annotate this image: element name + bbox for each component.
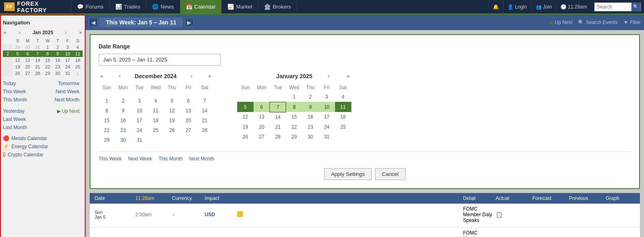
next-week-link[interactable]: Next Week [56, 89, 79, 94]
tomorrow-link[interactable]: Tomorrow [58, 81, 79, 86]
mini-cal-day[interactable]: 16 [53, 57, 63, 64]
mini-cal-today[interactable]: 7 [33, 50, 43, 57]
mini-cal-day[interactable]: 31 [63, 70, 73, 77]
mini-cal-day[interactable]: 29 [13, 44, 23, 50]
week-num[interactable] [3, 64, 13, 70]
dec-day[interactable]: 27 [180, 125, 196, 135]
mini-cal-day[interactable]: 1 [43, 44, 53, 50]
dec-day[interactable]: 24 [131, 125, 148, 135]
mini-cal-day[interactable]: 11 [73, 50, 83, 57]
week-num[interactable] [3, 57, 13, 64]
dec-day[interactable]: 11 [148, 106, 164, 116]
nav-trades[interactable]: 📊 Trades [110, 0, 146, 14]
nav-calendar[interactable]: 📅 Calendar [180, 0, 222, 14]
jan-day[interactable]: 28 [270, 132, 286, 142]
prev-week-button[interactable]: ◀ [89, 18, 98, 27]
nav-brokers[interactable]: 🏦 Brokers [258, 0, 297, 14]
jan-next-next-button[interactable]: » [345, 72, 351, 80]
jan-day[interactable]: 9 [302, 102, 319, 112]
jan-day[interactable]: 29 [286, 132, 302, 142]
filter-action[interactable]: ▼ Filter [623, 20, 641, 25]
last-week-link[interactable]: Last Week [3, 116, 26, 122]
dec-day[interactable]: 25 [148, 125, 164, 135]
dec-day[interactable]: 19 [164, 116, 180, 125]
mini-cal-next-year[interactable]: » [78, 30, 83, 35]
mini-cal-day[interactable]: 15 [43, 57, 53, 64]
nav-forums[interactable]: 💬 Forums [71, 0, 110, 14]
dec-day[interactable]: 20 [180, 116, 196, 125]
jan-day[interactable]: 15 [286, 112, 302, 122]
dec-day[interactable]: 13 [180, 106, 196, 116]
jan-day-start[interactable]: 5 [237, 102, 254, 112]
mini-cal-day[interactable]: 9 [53, 50, 63, 57]
dec-day[interactable]: 1 [99, 96, 115, 106]
login-button[interactable]: 👤 Login [503, 0, 531, 14]
dec-prev-prev-button[interactable]: « [99, 72, 105, 80]
event-name[interactable]: FOMC Member Kugler Speaks [461, 229, 494, 237]
dec-day[interactable]: 14 [196, 106, 213, 116]
week-num-current[interactable]: 2 [3, 50, 13, 57]
jan-day[interactable]: 24 [319, 122, 335, 132]
jan-day-end[interactable]: 11 [335, 102, 351, 112]
next-month-quick-link[interactable]: Next Month [189, 156, 214, 162]
jan-day[interactable]: 18 [335, 112, 351, 122]
mini-cal-day[interactable]: 3 [63, 44, 73, 50]
dec-day[interactable]: 16 [115, 116, 131, 125]
search-input[interactable] [595, 4, 631, 10]
mini-cal-day[interactable]: 29 [43, 70, 53, 77]
dec-next-next-button[interactable]: » [207, 72, 213, 80]
mini-cal-day[interactable]: 5 [13, 50, 23, 57]
dec-day[interactable]: 18 [148, 116, 164, 125]
today-link[interactable]: Today [3, 81, 16, 86]
dec-day[interactable]: 30 [115, 135, 131, 145]
dec-day[interactable]: 28 [196, 125, 213, 135]
search-button[interactable]: 🔍 [631, 2, 640, 11]
mini-cal-day[interactable]: 31 [33, 44, 43, 50]
jan-day[interactable]: 8 [286, 102, 302, 112]
dec-day[interactable]: 31 [131, 135, 148, 145]
next-month-link[interactable]: Next Month [55, 97, 79, 103]
this-week-quick-link[interactable]: This Week [99, 156, 121, 162]
nav-market[interactable]: 📈 Market [222, 0, 258, 14]
dec-day[interactable]: 7 [196, 96, 213, 106]
week-num[interactable] [3, 70, 13, 77]
mini-cal-day[interactable]: 22 [43, 64, 53, 70]
mini-cal-day[interactable]: 21 [33, 64, 43, 70]
mini-cal-day[interactable]: 20 [22, 64, 33, 70]
jan-day[interactable]: 20 [254, 122, 270, 132]
mini-cal-day[interactable]: 26 [13, 70, 23, 77]
crypto-calendar-link[interactable]: ₿ Crypto Calendar [3, 151, 83, 158]
jan-day[interactable]: 16 [302, 112, 319, 122]
dec-day[interactable]: 12 [164, 106, 180, 116]
mini-cal-day[interactable]: 17 [63, 57, 73, 64]
up-next-action[interactable]: ▶ Up Next [549, 20, 572, 25]
mini-cal-day[interactable]: 2 [53, 44, 63, 50]
dec-day[interactable]: 5 [164, 96, 180, 106]
event-name[interactable]: FOMC Member Daly Speaks [461, 205, 494, 224]
jan-day[interactable]: 25 [335, 122, 351, 132]
next-week-button[interactable]: ▶ [185, 18, 194, 27]
logo[interactable]: FF FOREXFACTORY [0, 0, 71, 13]
jan-day[interactable]: 6 [254, 102, 270, 112]
event-detail[interactable]: 📋 [494, 211, 531, 219]
dec-day[interactable]: 4 [148, 96, 164, 106]
week-num[interactable] [3, 44, 13, 50]
mini-cal-day[interactable]: 8 [43, 50, 53, 57]
jan-day[interactable]: 27 [254, 132, 270, 142]
jan-day[interactable]: 31 [319, 132, 335, 142]
mini-cal-day[interactable]: 12 [13, 57, 23, 64]
nav-news[interactable]: 🌐 News [146, 0, 180, 14]
yesterday-link[interactable]: Yesterday [3, 108, 24, 114]
dec-day[interactable]: 6 [180, 96, 196, 106]
mini-cal-day[interactable]: 18 [73, 57, 83, 64]
mini-cal-prev-month[interactable]: ‹ [18, 30, 22, 35]
jan-day[interactable]: 30 [302, 132, 319, 142]
mini-cal-day[interactable]: 28 [33, 70, 43, 77]
dec-day[interactable]: 26 [164, 125, 180, 135]
dec-day[interactable]: 29 [99, 135, 115, 145]
dec-day[interactable]: 15 [99, 116, 115, 125]
mini-cal-day[interactable]: 27 [22, 70, 33, 77]
jan-day[interactable]: 3 [319, 92, 335, 102]
jan-day[interactable]: 26 [237, 132, 254, 142]
dec-prev-button[interactable]: ‹ [117, 72, 122, 80]
